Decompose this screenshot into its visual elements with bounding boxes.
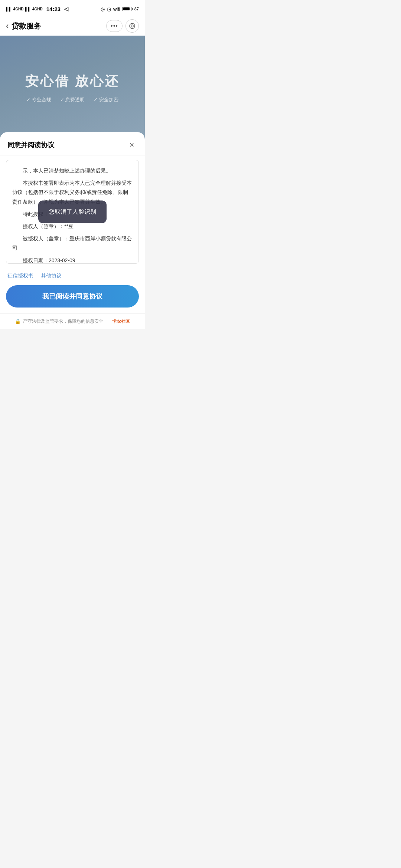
more-button[interactable]: ••• bbox=[106, 20, 123, 32]
page-title: 贷款服务 bbox=[12, 21, 41, 31]
agreement-links: 征信授权书 其他协议 bbox=[0, 268, 145, 282]
signal-icon2: ▌▌ bbox=[25, 7, 31, 11]
modal-close-button[interactable]: × bbox=[126, 139, 137, 151]
network-label2: 4GHD bbox=[32, 7, 43, 11]
scan-button[interactable] bbox=[125, 19, 139, 33]
agreement-line5: 被授权人（盖章）：重庆市西岸小额贷款有限公司 bbox=[12, 234, 133, 253]
agreement-line6: 授权日期：2023-02-09 bbox=[12, 256, 133, 264]
status-right: ◎ ◷ wifi 87 bbox=[101, 6, 139, 12]
svg-point-1 bbox=[131, 25, 133, 27]
status-time: 14:23 bbox=[46, 6, 61, 12]
status-left: ▌▌ 4GHD ▌▌ 4GHD 14:23 ◁ bbox=[6, 6, 68, 12]
status-bar: ▌▌ 4GHD ▌▌ 4GHD 14:23 ◁ ◎ ◷ wifi 87 bbox=[0, 0, 145, 16]
signal-icon1: ▌▌ bbox=[6, 7, 12, 11]
nav-right: ••• bbox=[106, 19, 139, 33]
credit-auth-link[interactable]: 征信授权书 bbox=[7, 273, 33, 279]
alarm-icon: ◷ bbox=[107, 6, 111, 12]
brand-logo: 卡农社区 bbox=[112, 318, 130, 325]
nav-left[interactable]: ‹ 贷款服务 bbox=[6, 21, 41, 31]
agreement-line3: 特此授权！ bbox=[12, 210, 133, 219]
modal-title: 同意并阅读协议 bbox=[7, 141, 54, 149]
modal-header: 同意并阅读协议 × bbox=[0, 132, 145, 155]
hero-banner: 安心借 放心还 专业合规 息费透明 安全加密 bbox=[0, 36, 145, 139]
confirm-agreement-button[interactable]: 我已阅读并同意协议 bbox=[6, 285, 139, 308]
hero-subtitle: 专业合规 息费透明 安全加密 bbox=[26, 96, 118, 103]
battery-level: 87 bbox=[134, 7, 139, 11]
send-icon: ◁ bbox=[64, 6, 68, 12]
hero-title: 安心借 放心还 bbox=[25, 72, 120, 91]
svg-point-0 bbox=[130, 23, 135, 29]
hero-tag3: 安全加密 bbox=[94, 96, 118, 103]
network-label1: 4GHD bbox=[13, 7, 24, 11]
agreement-content-area[interactable]: 您取消了人脸识别 示，本人已清楚知晓上述办理的后果。 本授权书签署即表示为本人已… bbox=[6, 160, 139, 264]
hero-tag2: 息费透明 bbox=[60, 96, 85, 103]
nav-bar: ‹ 贷款服务 ••• bbox=[0, 16, 145, 36]
battery-indicator bbox=[123, 7, 131, 11]
shield-icon: 🔒 bbox=[15, 319, 21, 324]
hero-tag1: 专业合规 bbox=[26, 96, 51, 103]
other-agreement-link[interactable]: 其他协议 bbox=[41, 273, 62, 279]
back-button[interactable]: ‹ bbox=[6, 21, 9, 31]
footer-security: 🔒 严守法律及监管要求，保障您的信息安全 bbox=[15, 318, 103, 325]
security-text: 严守法律及监管要求，保障您的信息安全 bbox=[23, 318, 103, 325]
agreement-line4: 授权人（签章）：**豆 bbox=[12, 222, 133, 231]
wifi-icon: wifi bbox=[113, 6, 120, 12]
location-icon: ◎ bbox=[101, 6, 105, 12]
agreement-line2: 本授权书签署即表示为本人已完全理解并接受本协议（包括但不限于权利义务和/或责任免… bbox=[12, 178, 133, 207]
page-footer: 🔒 严守法律及监管要求，保障您的信息安全 卡农社区 bbox=[0, 313, 145, 329]
modal-sheet: 同意并阅读协议 × 您取消了人脸识别 示，本人已清楚知晓上述办理的后果。 本授权… bbox=[0, 132, 145, 329]
agreement-line1: 示，本人已清楚知晓上述办理的后果。 bbox=[12, 166, 133, 175]
